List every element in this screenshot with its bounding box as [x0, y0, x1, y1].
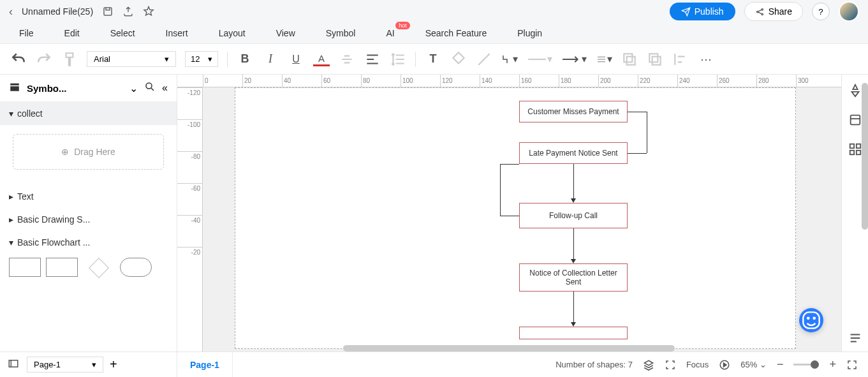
line-style-button[interactable]: ▾ [527, 51, 552, 68]
publish-label: Publish [695, 6, 724, 17]
font-select[interactable]: Arial▾ [87, 51, 176, 67]
sidebar: Symbo... ⌄ « ▾ collect ⊕ Drag Here ▸ Tex… [0, 75, 177, 351]
align-objects-button[interactable] [672, 51, 689, 68]
line-weight-button[interactable]: ▾ [596, 51, 612, 68]
svg-point-3 [761, 13, 763, 15]
zoom-value[interactable]: 65% ⌄ [740, 360, 767, 369]
svg-rect-5 [627, 56, 635, 64]
svg-rect-11 [850, 115, 860, 125]
add-page-button[interactable]: + [110, 357, 117, 372]
zoom-in-button[interactable]: + [829, 358, 836, 371]
share-label: Share [769, 6, 792, 17]
connector-button[interactable]: ▾ [501, 51, 518, 68]
format-painter-button[interactable] [61, 51, 78, 68]
footer: Page-1▾ + Page-1 Number of shapes: 7 Foc… [0, 351, 868, 377]
sidebar-title: Symbo... [27, 83, 123, 94]
collapse-icon[interactable]: « [162, 82, 168, 94]
star-icon[interactable] [143, 6, 154, 17]
sidebar-section-collect[interactable]: ▾ collect [0, 102, 177, 125]
strike-button[interactable] [339, 51, 355, 68]
style-icon[interactable] [848, 113, 862, 127]
menu-ai[interactable]: AIhot [386, 28, 394, 38]
paper: Customer Misses PaymentLate Payment Noti… [235, 87, 796, 349]
menu-file[interactable]: File [19, 28, 34, 38]
focus-icon[interactable] [665, 359, 676, 371]
save-icon[interactable] [102, 6, 114, 17]
flow-box[interactable]: Follow-up Call [519, 203, 628, 228]
scrollbar-h[interactable] [343, 345, 675, 351]
svg-rect-12 [850, 144, 853, 148]
italic-button[interactable]: I [262, 51, 279, 68]
shape-rect[interactable] [9, 258, 41, 277]
zoom-out-button[interactable]: − [777, 358, 784, 371]
menu-layout[interactable]: Layout [219, 28, 246, 38]
assistant-button[interactable] [799, 308, 823, 332]
shape-count: Number of shapes: 7 [555, 360, 633, 369]
canvas[interactable]: Customer Misses PaymentLate Payment Noti… [203, 87, 841, 351]
underline-button[interactable]: U [288, 51, 304, 68]
svg-rect-19 [9, 360, 18, 367]
sidebar-section-flowchart[interactable]: ▾ Basic Flowchart ... [0, 231, 177, 254]
undo-button[interactable] [10, 51, 27, 68]
share-button[interactable]: Share [744, 2, 803, 21]
help-button[interactable]: ? [812, 3, 830, 20]
scrollbar-v[interactable] [862, 83, 868, 230]
bold-button[interactable]: B [237, 51, 253, 68]
bring-front-button[interactable] [621, 51, 638, 68]
fill-button[interactable] [450, 51, 467, 68]
sidebar-section-drawing[interactable]: ▸ Basic Drawing S... [0, 208, 177, 231]
fullscreen-icon[interactable] [846, 359, 858, 371]
plus-icon: ⊕ [61, 147, 69, 157]
line-spacing-button[interactable] [390, 51, 406, 68]
more-button[interactable]: ⋯ [698, 51, 714, 68]
svg-rect-14 [850, 151, 853, 154]
menu-insert[interactable]: Insert [166, 28, 188, 38]
library-icon [9, 81, 20, 95]
menu-search[interactable]: Search Feature [425, 28, 487, 38]
hot-badge: hot [395, 22, 410, 29]
ruler-horizontal: 0204060801001201401601802002202402602803… [177, 75, 841, 87]
focus-label[interactable]: Focus [686, 360, 709, 369]
page-tab[interactable]: Page-1 [177, 352, 233, 377]
export-icon[interactable] [122, 6, 134, 17]
menu-plugin[interactable]: Plugin [517, 28, 542, 38]
shape-diamond[interactable] [89, 258, 109, 278]
size-select[interactable]: 12▾ [185, 51, 218, 67]
theme-icon[interactable] [848, 84, 862, 98]
shape-round[interactable] [120, 258, 152, 277]
flow-box[interactable]: Late Payment Notice Sent [519, 142, 628, 164]
svg-point-16 [807, 316, 810, 320]
outline-icon[interactable] [6, 358, 20, 372]
text-tool-button[interactable]: T [425, 51, 441, 68]
list-icon[interactable] [848, 331, 862, 345]
page-dropdown[interactable]: Page-1▾ [27, 357, 103, 373]
menu-edit[interactable]: Edit [64, 28, 80, 38]
svg-point-17 [813, 316, 816, 320]
align-button[interactable] [364, 51, 381, 68]
svg-point-10 [146, 83, 152, 89]
flow-box[interactable]: Customer Misses Payment [519, 101, 628, 122]
zoom-slider[interactable] [793, 364, 819, 366]
redo-button[interactable] [36, 51, 52, 68]
send-back-button[interactable] [647, 51, 663, 68]
drag-zone[interactable]: ⊕ Drag Here [13, 134, 164, 170]
avatar[interactable] [839, 1, 859, 22]
line-color-button[interactable] [476, 51, 492, 68]
play-icon[interactable] [719, 359, 730, 371]
flow-box[interactable]: Notice of Collection Letter Sent [519, 263, 628, 292]
layers-icon[interactable] [643, 359, 654, 371]
menu-select[interactable]: Select [110, 28, 135, 38]
svg-rect-8 [10, 84, 19, 85]
flow-box[interactable] [519, 327, 628, 339]
publish-button[interactable]: Publish [670, 3, 735, 20]
shape-rect2[interactable] [46, 258, 78, 277]
back-button[interactable]: ‹ [9, 5, 13, 18]
sidebar-section-text[interactable]: ▸ Text [0, 185, 177, 208]
arrow-style-button[interactable]: ▾ [561, 51, 587, 68]
search-icon[interactable] [144, 81, 156, 95]
menu-view[interactable]: View [276, 28, 295, 38]
expand-icon[interactable]: ⌄ [129, 82, 138, 94]
menu-symbol[interactable]: Symbol [326, 28, 356, 38]
font-color-button[interactable]: A [313, 52, 330, 66]
grid-icon[interactable] [848, 142, 862, 156]
